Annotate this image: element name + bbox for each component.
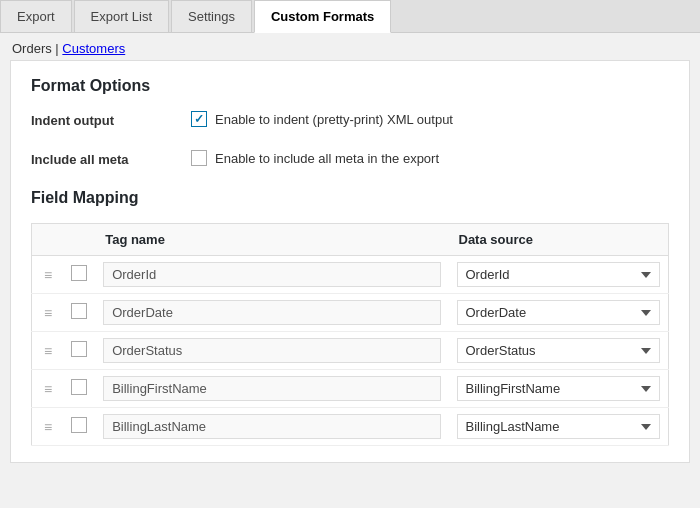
field-mapping-title: Field Mapping [31, 189, 669, 207]
tab-settings[interactable]: Settings [171, 0, 252, 32]
data-source-select-3[interactable]: BillingFirstName [457, 376, 661, 401]
main-content: Format Options Indent output Enable to i… [10, 60, 690, 463]
tag-name-cell [95, 332, 448, 370]
tag-name-input-1[interactable] [103, 300, 440, 325]
tag-name-input-4[interactable] [103, 414, 440, 439]
th-handle [32, 224, 64, 256]
drag-handle-icon[interactable]: ≡ [40, 267, 55, 283]
tab-export[interactable]: Export [0, 0, 72, 32]
breadcrumb-orders: Orders [12, 41, 52, 56]
include-meta-control: Enable to include all meta in the export [191, 150, 439, 166]
data-source-select-1[interactable]: OrderDate [457, 300, 661, 325]
tag-name-cell [95, 294, 448, 332]
breadcrumb: Orders | Customers [0, 33, 700, 60]
row-checkbox-cell [63, 370, 95, 408]
tag-name-cell [95, 370, 448, 408]
table-row: ≡ OrderStatus [32, 332, 669, 370]
drag-handle-cell: ≡ [32, 370, 64, 408]
app-container: Export Export List Settings Custom Forma… [0, 0, 700, 508]
drag-handle-icon[interactable]: ≡ [40, 381, 55, 397]
data-source-cell: OrderDate [449, 294, 669, 332]
table-row: ≡ BillingLastName [32, 408, 669, 446]
data-source-select-2[interactable]: OrderStatus [457, 338, 661, 363]
row-checkbox-cell [63, 408, 95, 446]
drag-handle-icon[interactable]: ≡ [40, 305, 55, 321]
include-meta-label: Include all meta [31, 150, 191, 167]
data-source-cell: OrderStatus [449, 332, 669, 370]
data-source-cell: BillingFirstName [449, 370, 669, 408]
tab-bar: Export Export List Settings Custom Forma… [0, 0, 700, 33]
row-checkbox-2[interactable] [71, 341, 87, 357]
tag-name-input-0[interactable] [103, 262, 440, 287]
row-checkbox-cell [63, 294, 95, 332]
format-options-title: Format Options [31, 77, 669, 95]
tag-name-cell [95, 408, 448, 446]
th-data-source: Data source [449, 224, 669, 256]
indent-output-label: Indent output [31, 111, 191, 128]
data-source-cell: OrderId [449, 256, 669, 294]
indent-output-description: Enable to indent (pretty-print) XML outp… [215, 112, 453, 127]
drag-handle-cell: ≡ [32, 332, 64, 370]
drag-handle-icon[interactable]: ≡ [40, 343, 55, 359]
row-checkbox-3[interactable] [71, 379, 87, 395]
include-meta-checkbox[interactable] [191, 150, 207, 166]
include-meta-row: Include all meta Enable to include all m… [31, 150, 669, 171]
breadcrumb-customers[interactable]: Customers [62, 41, 125, 56]
row-checkbox-1[interactable] [71, 303, 87, 319]
th-check [63, 224, 95, 256]
row-checkbox-4[interactable] [71, 417, 87, 433]
indent-output-control: Enable to indent (pretty-print) XML outp… [191, 111, 453, 127]
tag-name-cell [95, 256, 448, 294]
th-tag-name: Tag name [95, 224, 448, 256]
include-meta-description: Enable to include all meta in the export [215, 151, 439, 166]
tab-custom-formats[interactable]: Custom Formats [254, 0, 391, 33]
mapping-table: Tag name Data source ≡ OrderId ≡ [31, 223, 669, 446]
table-row: ≡ OrderDate [32, 294, 669, 332]
table-row: ≡ OrderId [32, 256, 669, 294]
data-source-cell: BillingLastName [449, 408, 669, 446]
drag-handle-icon[interactable]: ≡ [40, 419, 55, 435]
indent-output-checkbox[interactable] [191, 111, 207, 127]
tab-export-list[interactable]: Export List [74, 0, 169, 32]
row-checkbox-0[interactable] [71, 265, 87, 281]
table-row: ≡ BillingFirstName [32, 370, 669, 408]
indent-output-row: Indent output Enable to indent (pretty-p… [31, 111, 669, 132]
drag-handle-cell: ≡ [32, 294, 64, 332]
data-source-select-0[interactable]: OrderId [457, 262, 661, 287]
drag-handle-cell: ≡ [32, 256, 64, 294]
data-source-select-4[interactable]: BillingLastName [457, 414, 661, 439]
tag-name-input-3[interactable] [103, 376, 440, 401]
row-checkbox-cell [63, 332, 95, 370]
drag-handle-cell: ≡ [32, 408, 64, 446]
tag-name-input-2[interactable] [103, 338, 440, 363]
row-checkbox-cell [63, 256, 95, 294]
field-mapping-section: Field Mapping Tag name Data source ≡ [31, 189, 669, 446]
table-header-row: Tag name Data source [32, 224, 669, 256]
